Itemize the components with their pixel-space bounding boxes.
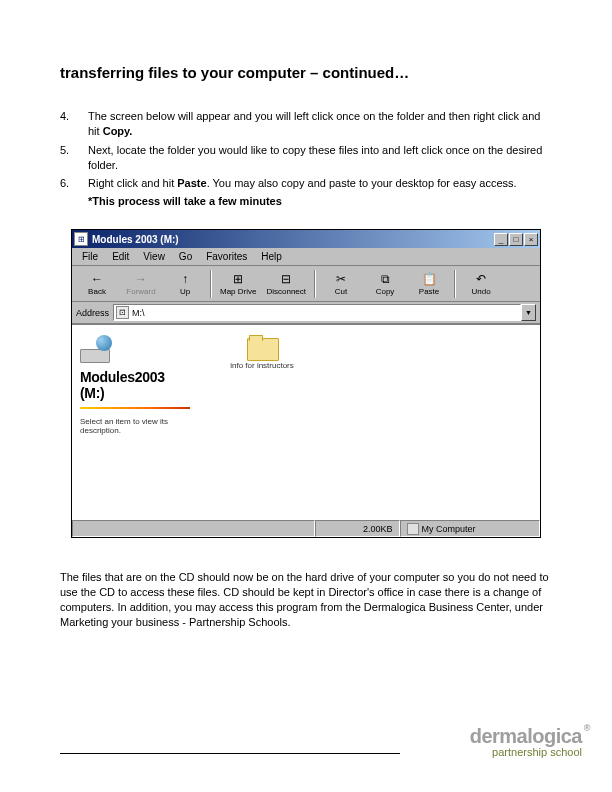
step-4: 4. The screen below will appear and you … (60, 109, 552, 139)
registered-mark: ® (584, 723, 590, 733)
address-combo[interactable]: ⊡ M:\ (113, 304, 521, 321)
page-title: transferring files to your computer – co… (60, 64, 552, 81)
paste-button[interactable]: 📋Paste (408, 269, 450, 298)
drive-title: Modules2003 (M:) (80, 369, 209, 401)
content-area: Modules2003 (M:) Select an item to view … (72, 324, 540, 519)
forward-icon: → (132, 271, 150, 287)
address-dropdown[interactable]: ▼ (521, 304, 536, 321)
brand-block: dermalogica® partnership school (470, 725, 582, 758)
cut-button[interactable]: ✂Cut (320, 269, 362, 298)
info-pane: Modules2003 (M:) Select an item to view … (72, 325, 217, 519)
step-number: 4. (60, 109, 88, 139)
step-5: 5. Next, locate the folder you would lik… (60, 143, 552, 173)
toolbar: ←Back →Forward ↑Up ⊞Map Drive ⊟Disconnec… (72, 266, 540, 302)
instruction-list: 4. The screen below will appear and you … (60, 109, 552, 191)
step-text: The screen below will appear and you wil… (88, 109, 552, 139)
toolbar-separator (314, 270, 316, 298)
menu-file[interactable]: File (76, 250, 104, 263)
paste-icon: 📋 (420, 271, 438, 287)
drive-description: Select an item to view its description. (80, 417, 209, 435)
copy-button[interactable]: ⧉Copy (364, 269, 406, 298)
step-number: 5. (60, 143, 88, 173)
app-icon: ⊞ (74, 232, 88, 246)
titlebar: ⊞ Modules 2003 (M:) _ □ × (72, 230, 540, 248)
menu-help[interactable]: Help (255, 250, 288, 263)
divider (80, 407, 190, 409)
minimize-button[interactable]: _ (494, 233, 508, 246)
step-text: Next, locate the folder you would like t… (88, 143, 552, 173)
back-icon: ← (88, 271, 106, 287)
toolbar-separator (210, 270, 212, 298)
map-drive-icon: ⊞ (229, 271, 247, 287)
status-bar: 2.00KB My Computer (72, 519, 540, 537)
menu-go[interactable]: Go (173, 250, 198, 263)
map-drive-button[interactable]: ⊞Map Drive (216, 269, 260, 298)
disconnect-icon: ⊟ (277, 271, 295, 287)
forward-button[interactable]: →Forward (120, 269, 162, 298)
step-6: 6. Right click and hit Paste. You may al… (60, 176, 552, 191)
back-button[interactable]: ←Back (76, 269, 118, 298)
undo-button[interactable]: ↶Undo (460, 269, 502, 298)
toolbar-separator (454, 270, 456, 298)
up-icon: ↑ (176, 271, 194, 287)
step-text: Right click and hit Paste. You may also … (88, 176, 552, 191)
cut-icon: ✂ (332, 271, 350, 287)
copy-icon: ⧉ (376, 271, 394, 287)
maximize-button[interactable]: □ (509, 233, 523, 246)
network-drive-icon (80, 335, 114, 363)
folder-item[interactable]: info for instructors (227, 335, 297, 371)
up-button[interactable]: ↑Up (164, 269, 206, 298)
status-cell-left (72, 520, 315, 537)
status-location: My Computer (400, 520, 540, 537)
menu-edit[interactable]: Edit (106, 250, 135, 263)
menu-favorites[interactable]: Favorites (200, 250, 253, 263)
folder-label: info for instructors (230, 362, 294, 371)
address-bar: Address ⊡ M:\ ▼ (72, 302, 540, 324)
status-size: 2.00KB (315, 520, 399, 537)
window-title: Modules 2003 (M:) (92, 234, 493, 245)
explorer-window: ⊞ Modules 2003 (M:) _ □ × File Edit View… (71, 229, 541, 538)
close-button[interactable]: × (524, 233, 538, 246)
address-label: Address (76, 308, 109, 318)
menubar: File Edit View Go Favorites Help (72, 248, 540, 266)
drive-icon: ⊡ (116, 306, 129, 319)
step-number: 6. (60, 176, 88, 191)
footer-rule (60, 753, 400, 754)
process-note: *This process will take a few minutes (88, 195, 552, 207)
address-value: M:\ (132, 308, 145, 318)
computer-icon (407, 523, 419, 535)
disconnect-button[interactable]: ⊟Disconnect (262, 269, 310, 298)
file-list[interactable]: info for instructors (217, 325, 540, 519)
footer: dermalogica® partnership school (60, 753, 582, 754)
brand-name: dermalogica® (470, 725, 582, 748)
folder-icon (247, 335, 277, 359)
menu-view[interactable]: View (137, 250, 171, 263)
closing-paragraph: The files that are on the CD should now … (60, 570, 552, 629)
undo-icon: ↶ (472, 271, 490, 287)
